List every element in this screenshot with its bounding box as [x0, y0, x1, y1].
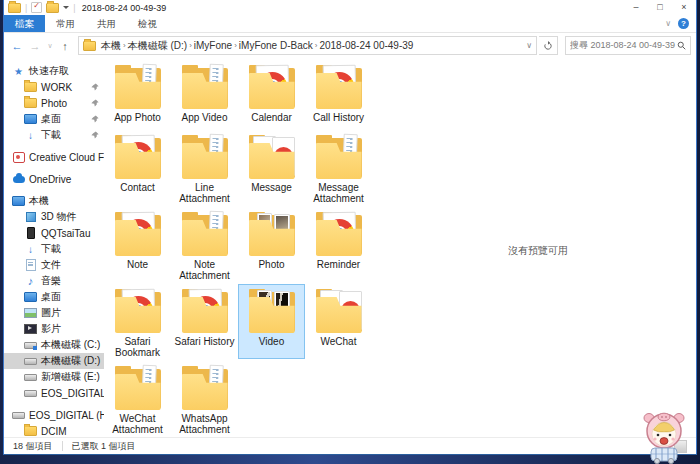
folder-icon-chrome2 [244, 134, 300, 180]
file-item-wechat-attachment[interactable]: WeChat Attachment [104, 361, 171, 436]
sidebar-item-download-4[interactable]: 下載 [4, 127, 104, 143]
sidebar-item-drive-17[interactable]: 本機磁碟 (D:) [4, 353, 104, 369]
folder-icon-chrome2 [311, 288, 367, 334]
sidebar-item-cloud-6[interactable]: OneDrive [4, 171, 104, 187]
tab-view[interactable]: 檢視 [127, 15, 168, 32]
forward-button[interactable]: → [27, 40, 43, 52]
sidebar-item-folder-1[interactable]: WORK [4, 79, 104, 95]
sidebar-item-cube-8[interactable]: 3D 物件 [4, 209, 104, 225]
address-dropdown-chevron-icon[interactable]: ∨ [526, 41, 532, 50]
recent-locations-chevron-icon[interactable]: ∨ [45, 42, 55, 50]
sidebar-item-label: 本機磁碟 (C:) [41, 338, 100, 352]
breadcrumb-item[interactable]: 本機 [99, 39, 123, 53]
sidebar-item-folder-21[interactable]: DCIM [4, 423, 104, 437]
file-item-safari-history[interactable]: Safari History [171, 284, 238, 359]
sidebar-item-phone-9[interactable]: QQTsaiTau [4, 225, 104, 241]
close-button[interactable]: × [672, 0, 696, 15]
sidebar-item-label: 快速存取 [29, 64, 69, 78]
breadcrumb-item[interactable]: 本機磁碟 (D:) [126, 39, 189, 53]
file-grid: App PhotoApp VideoCalendarCall HistoryCo… [104, 58, 380, 437]
sidebar-item-folder-2[interactable]: Photo [4, 95, 104, 111]
doc-icon [24, 259, 37, 271]
folder-icon-video [244, 288, 300, 334]
tab-share[interactable]: 共用 [86, 15, 127, 32]
sidebar-item-download-10[interactable]: 下載 [4, 241, 104, 257]
breadcrumb-item[interactable]: iMyFone [192, 40, 234, 51]
file-item-wechat[interactable]: WeChat [305, 284, 372, 359]
file-item-label: Reminder [317, 259, 360, 270]
explorer-app-icon [8, 3, 21, 13]
sidebar-item-label: Creative Cloud Files [29, 152, 104, 163]
file-item-label: Note [127, 259, 148, 270]
sidebar-item-doc-11[interactable]: 文件 [4, 257, 104, 273]
sidebar-item-pic-14[interactable]: 圖片 [4, 305, 104, 321]
sidebar-item-label: 本機磁碟 (D:) [41, 354, 100, 368]
sidebar-item-star-0[interactable]: 快速存取 [4, 63, 104, 79]
search-placeholder: 搜尋 2018-08-24 00-49-39 [570, 39, 677, 52]
maximize-button[interactable]: □ [648, 0, 672, 15]
breadcrumb-item[interactable]: iMyFone D-Back [237, 40, 315, 51]
sidebar-item-drive-18[interactable]: 新增磁碟 (E:) [4, 369, 104, 385]
collapse-ribbon-icon[interactable]: ∨ [665, 19, 671, 28]
folder-icon-chrome [177, 288, 233, 334]
customize-qat-chevron-icon[interactable] [63, 6, 69, 9]
sidebar-item-drive-win-16[interactable]: 本機磁碟 (C:) [4, 337, 104, 353]
sidebar-item-drive-19[interactable]: EOS_DIGITAL (H:) [4, 385, 104, 401]
file-item-note-attachment[interactable]: Note Attachment [171, 207, 238, 282]
properties-icon[interactable] [31, 2, 42, 13]
up-button[interactable]: ↑ [57, 40, 73, 52]
file-item-note[interactable]: Note [104, 207, 171, 282]
file-item-label: Message Attachment [307, 182, 371, 204]
cube-icon [24, 211, 37, 223]
sidebar-item-label: OneDrive [29, 174, 71, 185]
address-folder-icon [83, 41, 96, 51]
status-bar: 18 個項目 已選取 1 個項目 [4, 437, 696, 454]
folder-icon-doc [177, 211, 233, 257]
sidebar-item-pc-7[interactable]: 本機 [4, 193, 104, 209]
sidebar-item-label: 3D 物件 [41, 210, 77, 224]
search-input[interactable]: 搜尋 2018-08-24 00-49-39 [565, 36, 691, 55]
minimize-button[interactable]: – [624, 0, 648, 15]
file-item-label: Safari Bookmark [106, 336, 170, 358]
file-item-line-attachment[interactable]: Line Attachment [171, 130, 238, 205]
sidebar-item-label: 影片 [41, 322, 61, 336]
sidebar-item-music-12[interactable]: 音樂 [4, 273, 104, 289]
file-item-label: App Photo [114, 112, 161, 123]
file-item-call-history[interactable]: Call History [305, 60, 372, 128]
folder-icon-doc [311, 134, 367, 180]
sidebar-item-cc-5[interactable]: Creative Cloud Files [4, 149, 104, 165]
explorer-window: | | 2018-08-24 00-49-39 – □ × 檔案常用共用檢視 ∨… [3, 0, 697, 455]
folder-icon-chrome [110, 211, 166, 257]
file-item-app-video[interactable]: App Video [171, 60, 238, 128]
back-button[interactable]: ← [9, 40, 25, 52]
new-folder-icon[interactable] [46, 3, 59, 13]
breadcrumb-item[interactable]: 2018-08-24 00-49-39 [317, 40, 415, 51]
sidebar-item-monitor-13[interactable]: 桌面 [4, 289, 104, 305]
vid-icon [24, 323, 37, 335]
pc-icon [12, 195, 25, 207]
sidebar-item-vid-15[interactable]: 影片 [4, 321, 104, 337]
sidebar-item-drive-20[interactable]: EOS_DIGITAL (H:) [4, 407, 104, 423]
file-item-label: Call History [313, 112, 364, 123]
file-item-calendar[interactable]: Calendar [238, 60, 305, 128]
drive-icon [24, 387, 37, 399]
drive-icon [24, 355, 37, 367]
help-icon[interactable]: ? [678, 18, 689, 29]
refresh-button[interactable] [539, 36, 558, 55]
file-item-message-attachment[interactable]: Message Attachment [305, 130, 372, 205]
tab-file[interactable]: 檔案 [4, 15, 45, 32]
tab-home[interactable]: 常用 [45, 15, 86, 32]
file-item-contact[interactable]: Contact [104, 130, 171, 205]
file-item-message[interactable]: Message [238, 130, 305, 205]
sidebar-item-label: 音樂 [41, 274, 61, 288]
address-bar[interactable]: 本機›本機磁碟 (D:)›iMyFone›iMyFone D-Back›2018… [78, 36, 537, 55]
file-item-photo[interactable]: Photo [238, 207, 305, 282]
file-item-safari-bookmark[interactable]: Safari Bookmark [104, 284, 171, 359]
file-item-reminder[interactable]: Reminder [305, 207, 372, 282]
file-item-app-photo[interactable]: App Photo [104, 60, 171, 128]
file-item-label: Calendar [251, 112, 292, 123]
file-item-label: App Video [182, 112, 228, 123]
sidebar-item-monitor-3[interactable]: 桌面 [4, 111, 104, 127]
file-item-whatsapp-attachment[interactable]: WhatsApp Attachment [171, 361, 238, 436]
file-item-video[interactable]: Video [238, 284, 305, 359]
